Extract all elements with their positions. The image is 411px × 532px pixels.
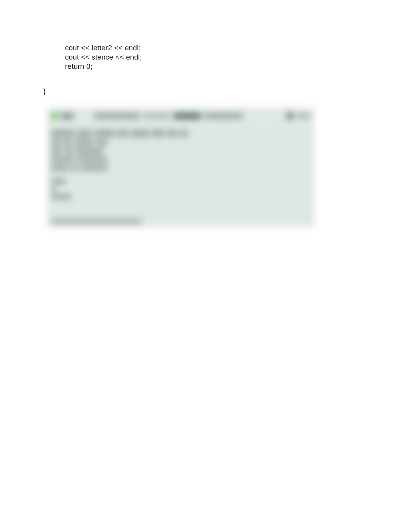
run-icon[interactable]: [51, 113, 58, 119]
code-snippet: cout << letter2 << endl; cout << stence …: [65, 43, 142, 71]
gear-icon[interactable]: [286, 113, 293, 119]
code-line-2: cout << stence << endl;: [65, 53, 142, 62]
toolbar-label-1: [143, 113, 170, 119]
console-footer: [47, 214, 314, 227]
toolbar-right-label: [296, 113, 310, 119]
code-line-4: return 0;: [65, 62, 142, 71]
console-output: [47, 126, 314, 227]
closing-brace: }: [43, 87, 46, 95]
toolbar-field-2-active[interactable]: [173, 113, 201, 119]
console-screenshot-blurred: Run: [47, 107, 314, 227]
console-panel: Run: [47, 107, 314, 227]
code-line-1: cout << letter2 << endl;: [65, 43, 142, 53]
footer-status-text: [51, 218, 142, 224]
console-toolbar: Run: [47, 110, 314, 122]
toolbar-field-1[interactable]: [94, 113, 140, 119]
toolbar-field-3[interactable]: [204, 113, 243, 119]
run-label[interactable]: Run: [61, 113, 74, 119]
